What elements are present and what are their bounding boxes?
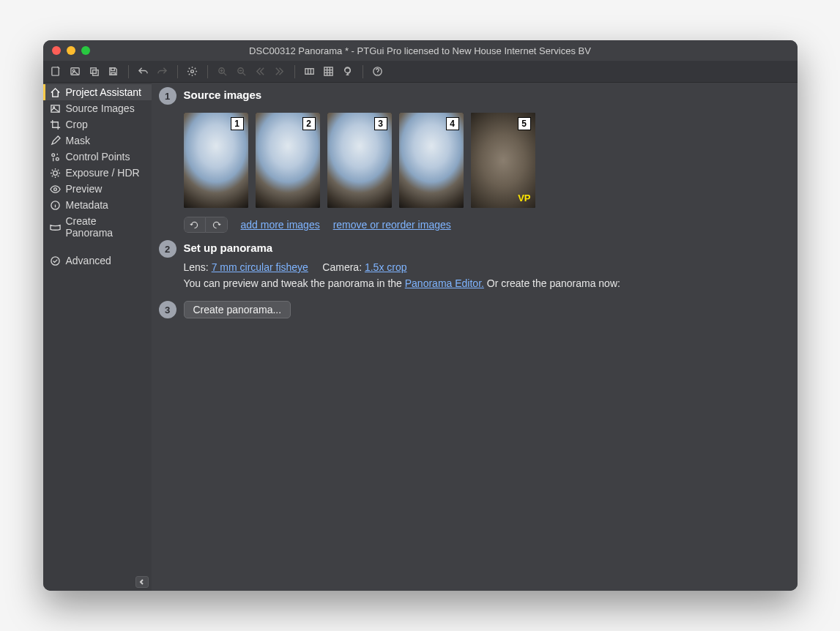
toolbar-separator <box>207 65 208 78</box>
step-2: 2 Set up panorama Lens: 7 mm circular fi… <box>159 240 790 294</box>
titlebar: DSC00312 Panorama * - PTGui Pro licensed… <box>43 40 798 61</box>
svg-rect-11 <box>324 67 332 75</box>
undo-icon[interactable] <box>135 63 152 81</box>
sidebar-item-preview[interactable]: Preview <box>43 181 152 197</box>
camera-label: Camera: <box>322 261 362 273</box>
thumb-num: 5 <box>518 117 531 130</box>
toolbar-separator <box>128 65 129 78</box>
rotate-cw-button[interactable] <box>206 217 228 233</box>
sidebar-item-label: Control Points <box>66 151 130 163</box>
nav-list: Project Assistant Source Images Crop Mas… <box>43 83 152 269</box>
sidebar-item-metadata[interactable]: Metadata <box>43 197 152 213</box>
step-1: 1 Source images 1 2 <box>159 87 790 233</box>
info-icon <box>50 200 61 211</box>
svg-rect-0 <box>52 67 59 75</box>
minimize-window-button[interactable] <box>67 46 75 55</box>
next-icon[interactable] <box>271 63 289 81</box>
sidebar-item-label: Exposure / HDR <box>66 167 140 179</box>
help-icon[interactable] <box>369 63 387 81</box>
sidebar-item-label: Source Images <box>66 102 135 114</box>
lens-label: Lens: <box>184 261 209 273</box>
sidebar: Project Assistant Source Images Crop Mas… <box>43 83 152 591</box>
preview-hint-post: Or create the panorama now: <box>487 277 620 289</box>
add-more-images-link[interactable]: add more images <box>241 219 320 231</box>
sidebar-item-label: Create Panorama <box>66 215 146 239</box>
sidebar-item-control-points[interactable]: Control Points <box>43 149 152 165</box>
camera-value-link[interactable]: 1.5x crop <box>365 261 407 273</box>
hint-icon[interactable] <box>339 63 357 81</box>
step-body: Source images 1 2 3 <box>184 87 790 233</box>
thumbnail-strip: 1 2 3 4 <box>184 113 790 208</box>
lens-value-link[interactable]: 7 mm circular fisheye <box>212 261 308 273</box>
rotate-buttons <box>184 217 228 233</box>
sidebar-item-create-panorama[interactable]: Create Panorama <box>43 213 152 241</box>
svg-point-18 <box>53 171 57 175</box>
close-window-button[interactable] <box>52 46 61 55</box>
add-image-icon[interactable] <box>67 63 84 81</box>
zoom-window-button[interactable] <box>81 46 90 55</box>
preview-hint-pre: You can preview and tweak the panorama i… <box>184 277 405 289</box>
save-icon[interactable] <box>105 63 122 81</box>
step-title: Source images <box>184 89 790 101</box>
step-title: Set up panorama <box>184 242 790 254</box>
sidebar-item-label: Crop <box>66 119 88 130</box>
sidebar-item-label: Advanced <box>66 255 111 266</box>
sidebar-item-label: Preview <box>66 183 103 195</box>
svg-point-16 <box>51 153 54 156</box>
thumb-5[interactable]: 5 VP <box>471 113 535 208</box>
step-body: Set up panorama Lens: 7 mm circular fish… <box>184 240 790 294</box>
step-3: 3 Create panorama... <box>159 301 790 318</box>
prev-icon[interactable] <box>252 63 270 81</box>
sidebar-item-crop[interactable]: Crop <box>43 116 152 132</box>
create-panorama-button[interactable]: Create panorama... <box>184 301 291 318</box>
window-controls <box>43 46 90 55</box>
redo-icon[interactable] <box>154 63 171 81</box>
body: Project Assistant Source Images Crop Mas… <box>43 83 798 591</box>
sidebar-item-mask[interactable]: Mask <box>43 132 152 149</box>
sidebar-item-exposure-hdr[interactable]: Exposure / HDR <box>43 165 152 181</box>
toolbar-separator <box>177 65 178 78</box>
svg-rect-5 <box>111 68 115 71</box>
zoom-in-icon[interactable] <box>214 63 231 81</box>
images-icon <box>50 103 61 114</box>
lens-camera-line: Lens: 7 mm circular fisheye Camera: 1.5x… <box>184 261 790 273</box>
grid-icon[interactable] <box>320 63 338 81</box>
crop-icon <box>50 119 61 130</box>
sidebar-item-source-images[interactable]: Source Images <box>43 100 152 116</box>
thumb-num: 4 <box>446 117 459 130</box>
sidebar-item-advanced[interactable]: Advanced <box>43 253 152 269</box>
svg-rect-4 <box>93 70 99 76</box>
rotate-ccw-button[interactable] <box>184 217 206 233</box>
preview-hint-line: You can preview and tweak the panorama i… <box>184 277 790 289</box>
thumb-num: 2 <box>302 117 316 130</box>
zoom-out-icon[interactable] <box>233 63 250 81</box>
remove-reorder-images-link[interactable]: remove or reorder images <box>333 219 451 231</box>
thumb-3[interactable]: 3 <box>327 113 392 208</box>
svg-rect-10 <box>305 69 313 75</box>
panorama-editor-link[interactable]: Panorama Editor. <box>405 277 484 289</box>
svg-point-7 <box>191 70 194 73</box>
thumb-2[interactable]: 2 <box>256 113 320 208</box>
sidebar-item-label: Metadata <box>66 199 108 211</box>
chevron-left-icon <box>139 579 145 585</box>
svg-point-21 <box>51 256 59 264</box>
home-icon <box>50 87 61 98</box>
new-project-icon[interactable] <box>48 63 65 81</box>
nav-spacer <box>43 241 152 253</box>
thumb-1[interactable]: 1 <box>184 113 248 208</box>
copy-icon[interactable] <box>86 63 103 81</box>
sidebar-collapse-button[interactable] <box>135 576 149 588</box>
thumb-4[interactable]: 4 <box>399 113 464 208</box>
pins-icon <box>50 152 61 163</box>
settings-icon[interactable] <box>184 63 201 81</box>
panorama-editor-icon[interactable] <box>301 63 319 81</box>
svg-point-19 <box>53 187 56 190</box>
window-title: DSC00312 Panorama * - PTGui Pro licensed… <box>43 45 798 56</box>
sun-icon <box>50 168 61 179</box>
sidebar-item-label: Project Assistant <box>66 86 142 98</box>
app-window: DSC00312 Panorama * - PTGui Pro licensed… <box>43 40 798 591</box>
main-content: 1 Source images 1 2 <box>152 83 798 591</box>
panorama-icon <box>50 222 61 233</box>
step-badge: 2 <box>159 240 176 258</box>
sidebar-item-project-assistant[interactable]: Project Assistant <box>43 84 152 100</box>
